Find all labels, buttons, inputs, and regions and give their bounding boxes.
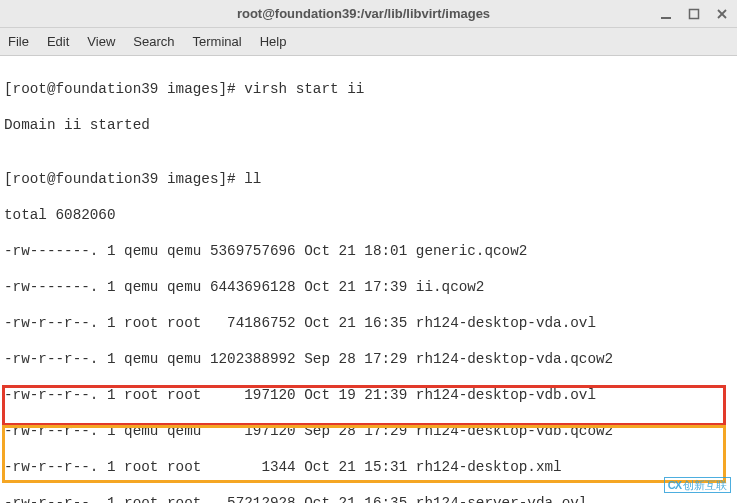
terminal-line: Domain ii started (4, 116, 733, 134)
menu-search[interactable]: Search (133, 34, 174, 49)
terminal-line: [root@foundation39 images]# ll (4, 170, 733, 188)
menu-file[interactable]: File (8, 34, 29, 49)
svg-rect-0 (661, 17, 671, 19)
close-icon[interactable] (715, 7, 729, 21)
watermark-logo-icon: CX (668, 478, 681, 492)
terminal-line: -rw-r--r--. 1 root root 74186752 Oct 21 … (4, 314, 733, 332)
window-title: root@foundation39:/var/lib/libvirt/image… (68, 6, 659, 21)
maximize-icon[interactable] (687, 7, 701, 21)
terminal-line: -rw-r--r--. 1 root root 1344 Oct 21 15:3… (4, 458, 733, 476)
menu-view[interactable]: View (87, 34, 115, 49)
menubar: File Edit View Search Terminal Help (0, 28, 737, 56)
window-controls (659, 7, 729, 21)
terminal-line: [root@foundation39 images]# virsh start … (4, 80, 733, 98)
terminal-output[interactable]: [root@foundation39 images]# virsh start … (0, 56, 737, 503)
terminal-line: total 6082060 (4, 206, 733, 224)
watermark-text: 创新互联 (683, 478, 727, 492)
minimize-icon[interactable] (659, 7, 673, 21)
terminal-line: -rw-------. 1 qemu qemu 5369757696 Oct 2… (4, 242, 733, 260)
svg-rect-1 (690, 9, 699, 18)
terminal-line: -rw-r--r--. 1 root root 197120 Oct 19 21… (4, 386, 733, 404)
menu-edit[interactable]: Edit (47, 34, 69, 49)
menu-help[interactable]: Help (260, 34, 287, 49)
watermark: CX 创新互联 (664, 477, 731, 493)
terminal-line: -rw-r--r--. 1 qemu qemu 1202388992 Sep 2… (4, 350, 733, 368)
window-titlebar: root@foundation39:/var/lib/libvirt/image… (0, 0, 737, 28)
menu-terminal[interactable]: Terminal (193, 34, 242, 49)
terminal-line: -rw-r--r--. 1 root root 57212928 Oct 21 … (4, 494, 733, 503)
terminal-line: -rw-------. 1 qemu qemu 6443696128 Oct 2… (4, 278, 733, 296)
terminal-line: -rw-r--r--. 1 qemu qemu 197120 Sep 28 17… (4, 422, 733, 440)
